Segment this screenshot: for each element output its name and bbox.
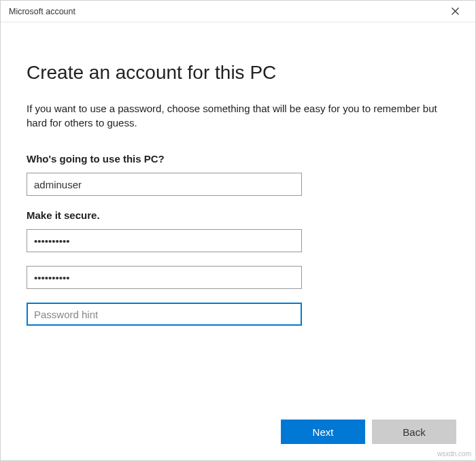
back-button[interactable]: Back xyxy=(372,420,456,444)
username-input[interactable] xyxy=(27,173,302,196)
button-row: Next Back xyxy=(281,420,456,444)
password-hint-input[interactable] xyxy=(27,303,302,326)
password-input[interactable] xyxy=(27,229,302,252)
password-confirm-input[interactable] xyxy=(27,266,302,289)
dialog-window: Microsoft account Create an account for … xyxy=(0,0,476,461)
page-heading: Create an account for this PC xyxy=(27,62,449,84)
secure-section-label: Make it secure. xyxy=(27,209,449,221)
content-area: Create an account for this PC If you wan… xyxy=(1,22,475,460)
window-title: Microsoft account xyxy=(9,7,75,16)
titlebar: Microsoft account xyxy=(1,1,475,22)
close-icon xyxy=(452,6,459,17)
username-section-label: Who's going to use this PC? xyxy=(27,153,449,165)
intro-text: If you want to use a password, choose so… xyxy=(27,101,448,130)
close-button[interactable] xyxy=(441,1,469,22)
next-button[interactable]: Next xyxy=(281,420,365,444)
